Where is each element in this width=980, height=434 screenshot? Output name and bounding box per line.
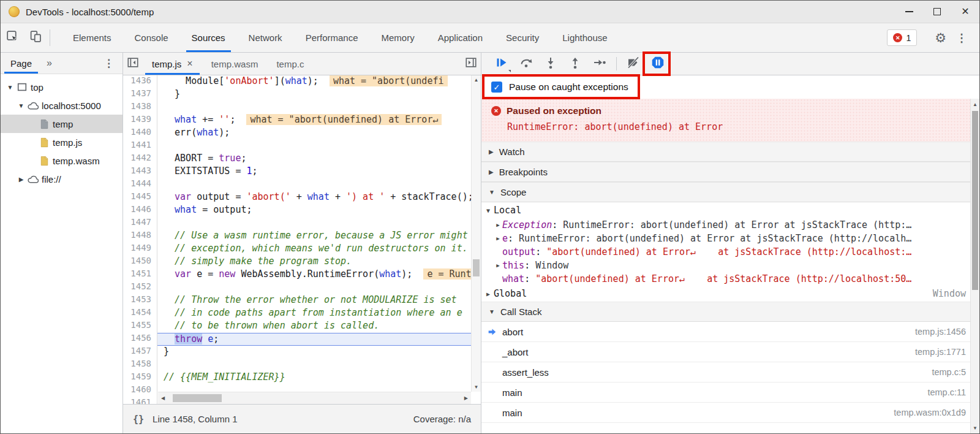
settings-gear-icon[interactable]: ⚙ bbox=[929, 31, 952, 45]
line-number[interactable]: 1460 bbox=[123, 384, 157, 397]
scope-item-e[interactable]: ▶e: RuntimeError: abort(undefined) at Er… bbox=[481, 232, 979, 245]
section-call-stack[interactable]: ▼ Call Stack bbox=[481, 302, 979, 322]
call-stack-frame-main[interactable]: maintemp.wasm:0x1d9 bbox=[481, 403, 979, 423]
pause-on-caught-exceptions-checkbox[interactable]: ✓ bbox=[491, 82, 502, 93]
code-line[interactable]: 1440 err(what); bbox=[123, 127, 481, 140]
tab-performance[interactable]: Performance bbox=[294, 23, 370, 52]
collapse-triangle-icon[interactable]: ▶ bbox=[494, 235, 502, 242]
line-number[interactable]: 1438 bbox=[123, 101, 157, 114]
maximize-button[interactable] bbox=[923, 1, 951, 23]
code-editor[interactable]: 1436 Module['onAbort'](what);what = "abo… bbox=[123, 75, 481, 404]
collapse-triangle-icon[interactable]: ▶ bbox=[494, 262, 502, 268]
line-number[interactable]: 1452 bbox=[123, 281, 157, 294]
line-number[interactable]: 1449 bbox=[123, 243, 157, 256]
line-number[interactable]: 1446 bbox=[123, 204, 157, 217]
code-line[interactable]: 1448 // Use a wasm runtime error, becaus… bbox=[123, 230, 481, 243]
error-badge[interactable]: ✕ 1 bbox=[887, 29, 917, 46]
deactivate-breakpoints-button[interactable] bbox=[623, 55, 644, 73]
code-line[interactable]: 1459// {{MEM_INITIALIZER}} bbox=[123, 371, 481, 384]
tree-item-localhost-5000[interactable]: ▼localhost:5000 bbox=[1, 96, 123, 115]
code-line[interactable]: 1443 EXITSTATUS = 1; bbox=[123, 166, 481, 178]
tree-item-file-[interactable]: ▶file:// bbox=[1, 170, 123, 188]
collapse-triangle-icon[interactable]: ▶ bbox=[17, 176, 26, 183]
section-watch[interactable]: ▶ Watch bbox=[481, 142, 979, 162]
call-stack-frame-assert_less[interactable]: assert_lesstemp.c:5 bbox=[481, 362, 979, 383]
line-number[interactable]: 1450 bbox=[123, 256, 157, 268]
code-line[interactable]: 1449 // exception, which means we'd run … bbox=[123, 243, 481, 256]
code-line[interactable]: 1442 ABORT = true; bbox=[123, 153, 481, 166]
section-scope[interactable]: ▼ Scope bbox=[481, 182, 979, 202]
minimize-button[interactable] bbox=[895, 1, 923, 23]
editor-tab-temp.js[interactable]: temp.js× bbox=[143, 53, 202, 75]
step-button[interactable] bbox=[589, 55, 610, 73]
code-line[interactable]: 1445 var output = 'abort(' + what + ') a… bbox=[123, 191, 481, 204]
code-line[interactable]: 1457} bbox=[123, 346, 481, 359]
expand-triangle-icon[interactable]: ▼ bbox=[6, 84, 15, 91]
line-number[interactable]: 1451 bbox=[123, 268, 157, 281]
tab-console[interactable]: Console bbox=[123, 23, 180, 52]
scope-local-group[interactable]: ▼ Local bbox=[481, 202, 979, 218]
call-stack-frame-main[interactable]: maintemp.c:11 bbox=[481, 383, 979, 403]
scroll-left-icon[interactable]: ◀ bbox=[161, 392, 165, 404]
line-number[interactable]: 1447 bbox=[123, 217, 157, 230]
line-number[interactable]: 1439 bbox=[123, 114, 157, 127]
scope-item-this[interactable]: ▶this: Window bbox=[481, 259, 979, 272]
frame-location[interactable]: temp.js:1456 bbox=[915, 327, 966, 337]
tree-item-temp.js[interactable]: temp.js bbox=[1, 133, 123, 151]
line-number[interactable]: 1442 bbox=[123, 153, 157, 166]
expand-triangle-icon[interactable]: ▼ bbox=[17, 102, 26, 109]
code-line[interactable]: 1455 // to be thrown when abort is calle… bbox=[123, 320, 481, 333]
line-number[interactable]: 1454 bbox=[123, 307, 157, 320]
more-tabs-icon[interactable]: » bbox=[42, 58, 57, 69]
scope-item-output[interactable]: ▶output: "abort(undefined) at Error↵ at … bbox=[481, 245, 979, 259]
frame-location[interactable]: temp.c:11 bbox=[927, 387, 966, 397]
scrollbar-thumb[interactable] bbox=[173, 394, 222, 402]
section-breakpoints[interactable]: ▶ Breakpoints bbox=[481, 162, 979, 182]
tab-application[interactable]: Application bbox=[426, 23, 494, 52]
device-toolbar-button[interactable] bbox=[24, 23, 47, 52]
code-line[interactable]: 1447 bbox=[123, 217, 481, 230]
code-line[interactable]: 1453 // Throw the error whether or not M… bbox=[123, 294, 481, 307]
call-stack-frame-_abort[interactable]: _aborttemp.js:1771 bbox=[481, 342, 979, 362]
line-number[interactable]: 1437 bbox=[123, 88, 157, 101]
code-line[interactable]: 1454 // in code paths apart from instant… bbox=[123, 307, 481, 320]
editor-vertical-scrollbar[interactable]: ▲ ▼ bbox=[471, 75, 481, 392]
editor-horizontal-scrollbar[interactable]: ◀ ▶ bbox=[158, 392, 471, 404]
frame-location[interactable]: temp.c:5 bbox=[932, 367, 966, 377]
line-number[interactable]: 1459 bbox=[123, 371, 157, 384]
tab-page[interactable]: Page bbox=[1, 53, 42, 74]
code-line[interactable]: 1446 what = output; bbox=[123, 204, 481, 217]
line-number[interactable]: 1455 bbox=[123, 320, 157, 333]
line-number[interactable]: 1436 bbox=[123, 75, 157, 88]
line-number[interactable]: 1445 bbox=[123, 191, 157, 204]
code-line[interactable]: 1456 throw e; bbox=[123, 333, 481, 346]
code-line[interactable]: 1437 } bbox=[123, 88, 481, 101]
sidebar-menu-icon[interactable]: ⋮ bbox=[95, 57, 123, 70]
frame-location[interactable]: temp.js:1771 bbox=[915, 347, 966, 357]
close-tab-icon[interactable]: × bbox=[187, 58, 192, 69]
tab-security[interactable]: Security bbox=[494, 23, 551, 52]
scroll-up-icon[interactable]: ▲ bbox=[971, 102, 979, 107]
scope-global-group[interactable]: ▶ Global Window bbox=[481, 286, 979, 302]
scope-item-exception[interactable]: ▶Exception: RuntimeError: abort(undefine… bbox=[481, 218, 979, 232]
code-line[interactable]: 1452 bbox=[123, 281, 481, 294]
close-button[interactable]: ✕ bbox=[951, 1, 979, 23]
line-number[interactable]: 1458 bbox=[123, 359, 157, 371]
code-line[interactable]: 1458 bbox=[123, 359, 481, 371]
scrollbar-thumb[interactable] bbox=[972, 111, 978, 290]
resume-button[interactable] bbox=[491, 55, 512, 73]
line-number[interactable]: 1441 bbox=[123, 140, 157, 153]
tab-memory[interactable]: Memory bbox=[370, 23, 426, 52]
collapse-triangle-icon[interactable]: ▶ bbox=[494, 222, 502, 228]
scope-item-what[interactable]: ▶what: "abort(undefined) at Error↵ at js… bbox=[481, 272, 979, 286]
scroll-down-icon[interactable]: ▼ bbox=[971, 425, 979, 431]
hide-navigator-button[interactable] bbox=[123, 53, 143, 75]
step-out-button[interactable] bbox=[565, 55, 586, 73]
frame-location[interactable]: temp.wasm:0x1d9 bbox=[894, 408, 966, 417]
scroll-right-icon[interactable]: ▶ bbox=[464, 392, 468, 404]
code-line[interactable]: 1441 bbox=[123, 140, 481, 153]
scroll-up-icon[interactable]: ▲ bbox=[472, 77, 481, 83]
code-line[interactable]: 1436 Module['onAbort'](what);what = "abo… bbox=[123, 75, 481, 88]
line-number[interactable]: 1444 bbox=[123, 178, 157, 191]
code-line[interactable]: 1451 var e = new WebAssembly.RuntimeErro… bbox=[123, 268, 481, 281]
